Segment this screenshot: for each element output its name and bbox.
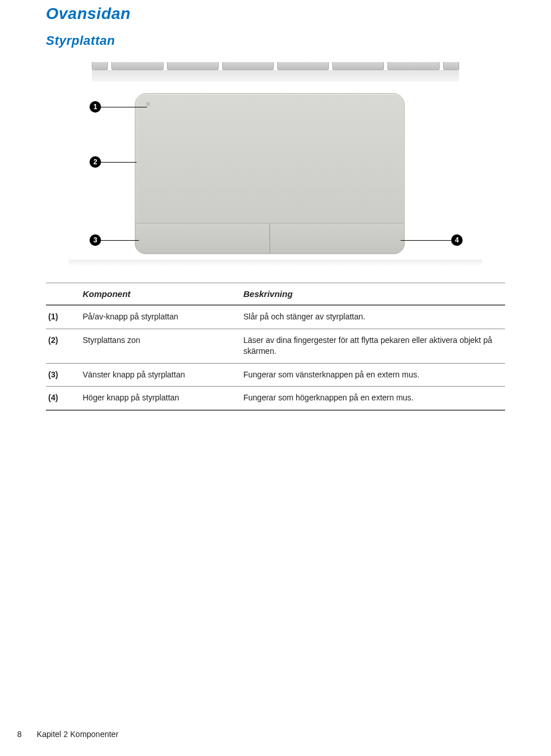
row-component: På/av-knapp på styrplattan: [80, 305, 241, 329]
page-number: 8: [17, 730, 34, 739]
section-heading: Styrplattan: [46, 33, 505, 48]
row-component: Höger knapp på styrplattan: [80, 387, 241, 410]
row-number: (4): [46, 387, 80, 410]
table-row: (2) Styrplattans zon Läser av dina finge…: [46, 329, 505, 363]
components-table: Komponent Beskrivning (1) På/av-knapp på…: [46, 283, 505, 411]
table-row: (3) Vänster knapp på styrplattan Fungera…: [46, 363, 505, 387]
page-footer: 8 Kapitel 2 Komponenter: [17, 730, 118, 739]
callout-4: 4: [451, 234, 463, 246]
row-number: (3): [46, 363, 80, 387]
touchpad-light: [146, 102, 150, 106]
row-number: (2): [46, 329, 80, 363]
chapter-label: Kapitel 2 Komponenter: [37, 730, 118, 739]
row-description: Fungerar som högerknappen på en extern m…: [241, 387, 505, 410]
row-description: Fungerar som vänsterknappen på en extern…: [241, 363, 505, 387]
callout-3: 3: [90, 234, 101, 246]
touchpad-diagram: 1 2 3 4: [23, 62, 482, 265]
row-number: (1): [46, 305, 80, 329]
page-heading: Ovansidan: [46, 5, 505, 23]
table-row: (4) Höger knapp på styrplattan Fungerar …: [46, 387, 505, 410]
table-header-description: Beskrivning: [241, 283, 505, 306]
touchpad-right-button: [270, 223, 405, 254]
callout-2: 2: [90, 156, 101, 168]
touchpad-left-button: [135, 223, 270, 254]
table-row: (1) På/av-knapp på styrplattan Slår på o…: [46, 305, 505, 329]
row-component: Vänster knapp på styrplattan: [80, 363, 241, 387]
callout-1: 1: [90, 101, 101, 113]
row-description: Läser av dina fingergester för att flytt…: [241, 329, 505, 363]
row-component: Styrplattans zon: [80, 329, 241, 363]
row-description: Slår på och stänger av styrplattan.: [241, 305, 505, 329]
table-header-component: Komponent: [80, 283, 241, 306]
